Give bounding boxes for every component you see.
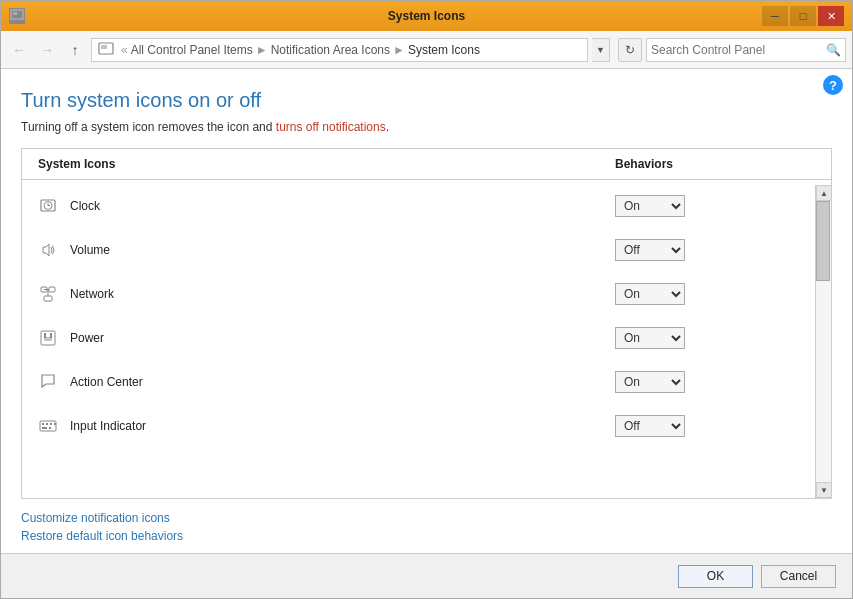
icon-cell-power: Power (38, 328, 615, 348)
page-title: Turn system icons on or off (21, 89, 832, 112)
icon-cell-volume: Volume (38, 240, 615, 260)
breadcrumb-dropdown[interactable]: ▼ (592, 38, 610, 62)
network-label: Network (70, 287, 114, 301)
address-bar: ← → ↑ « All Control Panel Items ► Notifi… (1, 31, 852, 69)
maximize-button[interactable]: □ (790, 6, 816, 26)
scroll-up-arrow[interactable]: ▲ (816, 185, 832, 201)
svg-marker-8 (43, 244, 49, 256)
column-header-icons: System Icons (38, 157, 615, 171)
svg-rect-1 (13, 12, 17, 15)
window: System Icons ─ □ ✕ ← → ↑ « All Control P… (0, 0, 853, 599)
table-row: Power On Off (22, 316, 831, 360)
input-indicator-icon (38, 416, 58, 436)
scroll-track (816, 201, 831, 482)
svg-rect-24 (42, 427, 47, 429)
breadcrumb-notification[interactable]: Notification Area Icons (271, 43, 390, 57)
behavior-cell-action-center: On Off (615, 371, 815, 393)
close-button[interactable]: ✕ (818, 6, 844, 26)
input-indicator-select[interactable]: Off On (615, 415, 685, 437)
svg-rect-16 (44, 333, 46, 338)
title-bar: System Icons ─ □ ✕ (1, 1, 852, 31)
page-description: Turning off a system icon removes the ic… (21, 120, 832, 134)
window-title: System Icons (388, 9, 465, 23)
svg-rect-25 (49, 427, 51, 429)
breadcrumb-all-items[interactable]: All Control Panel Items (131, 43, 253, 57)
svg-rect-10 (49, 287, 55, 292)
forward-button[interactable]: → (35, 38, 59, 62)
breadcrumb-sep-1: ► (256, 43, 268, 57)
icon-cell-clock: Clock (38, 196, 615, 216)
cancel-button[interactable]: Cancel (761, 565, 836, 588)
behavior-cell-network: On Off (615, 283, 815, 305)
network-select[interactable]: On Off (615, 283, 685, 305)
breadcrumb-sep-0: « (121, 43, 128, 57)
scroll-thumb[interactable] (816, 201, 830, 281)
svg-rect-20 (42, 423, 44, 425)
up-button[interactable]: ↑ (63, 38, 87, 62)
footer: OK Cancel (1, 553, 852, 598)
volume-icon (38, 240, 58, 260)
minimize-button[interactable]: ─ (762, 6, 788, 26)
breadcrumb-sep-2: ► (393, 43, 405, 57)
description-end: . (386, 120, 389, 134)
icon-cell-network: Network (38, 284, 615, 304)
back-button[interactable]: ← (7, 38, 31, 62)
restore-link[interactable]: Restore default icon behaviors (21, 529, 832, 543)
behavior-cell-input-indicator: Off On (615, 415, 815, 437)
description-text: Turning off a system icon removes the ic… (21, 120, 272, 134)
icons-table-container: System Icons Behaviors (21, 148, 832, 499)
column-header-behaviors: Behaviors (615, 157, 815, 171)
table-row: Clock On Off (22, 184, 831, 228)
search-box: 🔍 (646, 38, 846, 62)
power-icon (38, 328, 58, 348)
help-button[interactable]: ? (823, 75, 843, 95)
table-row: Volume Off On (22, 228, 831, 272)
title-bar-left (9, 8, 25, 24)
power-label: Power (70, 331, 104, 345)
breadcrumb-current: System Icons (408, 43, 480, 57)
svg-marker-18 (42, 375, 54, 387)
table-row: Input Indicator Off On (22, 404, 831, 448)
action-center-icon (38, 372, 58, 392)
address-breadcrumb: « All Control Panel Items ► Notification… (91, 38, 588, 62)
links-section: Customize notification icons Restore def… (21, 499, 832, 543)
svg-rect-23 (54, 423, 56, 425)
scrollbar: ▲ ▼ (815, 185, 831, 498)
window-icon (9, 8, 25, 24)
action-center-label: Action Center (70, 375, 143, 389)
svg-rect-19 (40, 421, 56, 431)
behavior-cell-power: On Off (615, 327, 815, 349)
icon-cell-action-center: Action Center (38, 372, 615, 392)
clock-select[interactable]: On Off (615, 195, 685, 217)
svg-rect-11 (44, 296, 52, 301)
behavior-cell-clock: On Off (615, 195, 815, 217)
svg-rect-3 (101, 45, 107, 49)
scroll-down-arrow[interactable]: ▼ (816, 482, 832, 498)
action-center-select[interactable]: On Off (615, 371, 685, 393)
content-area: Turn system icons on or off Turning off … (1, 69, 852, 553)
search-input[interactable] (651, 43, 826, 57)
svg-rect-21 (46, 423, 48, 425)
svg-rect-22 (50, 423, 52, 425)
refresh-button[interactable]: ↻ (618, 38, 642, 62)
customize-link[interactable]: Customize notification icons (21, 511, 832, 525)
table-row: Action Center On Off (22, 360, 831, 404)
svg-rect-17 (50, 333, 52, 338)
network-icon (38, 284, 58, 304)
ok-button[interactable]: OK (678, 565, 753, 588)
search-icon[interactable]: 🔍 (826, 43, 841, 57)
input-indicator-label: Input Indicator (70, 419, 146, 433)
title-bar-controls: ─ □ ✕ (762, 6, 844, 26)
power-select[interactable]: On Off (615, 327, 685, 349)
icon-cell-input-indicator: Input Indicator (38, 416, 615, 436)
clock-icon (38, 196, 58, 216)
clock-label: Clock (70, 199, 100, 213)
table-row: Network On Off (22, 272, 831, 316)
behavior-cell-volume: Off On (615, 239, 815, 261)
description-highlight: turns off notifications (276, 120, 386, 134)
volume-select[interactable]: Off On (615, 239, 685, 261)
table-header: System Icons Behaviors (22, 149, 831, 180)
table-body: Clock On Off (22, 180, 831, 498)
volume-label: Volume (70, 243, 110, 257)
